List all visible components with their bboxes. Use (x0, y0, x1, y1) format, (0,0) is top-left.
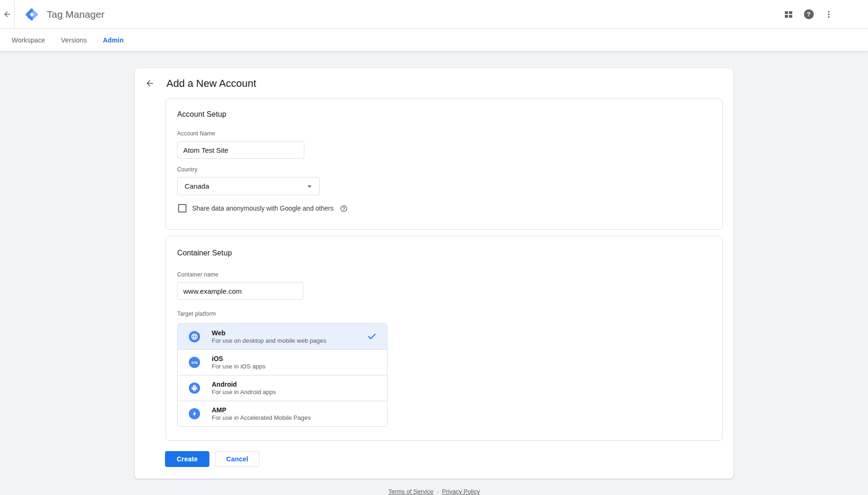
account-name-input[interactable] (177, 141, 304, 159)
arrow-left-icon (3, 10, 12, 19)
platform-text: Web For use on desktop and mobile web pa… (212, 329, 326, 344)
platform-description: For use in iOS apps (212, 363, 265, 370)
chevron-down-icon (304, 181, 315, 191)
share-data-label[interactable]: Share data anonymously with Google and o… (192, 205, 334, 212)
share-data-help-icon[interactable] (340, 205, 348, 212)
platform-row-web[interactable]: Web For use on desktop and mobile web pa… (178, 324, 387, 349)
platform-text: AMP For use in Accelerated Mobile Pages (212, 406, 311, 421)
container-setup-panel: Container Setup Container name Target pl… (165, 236, 723, 441)
more-options-button[interactable] (823, 9, 834, 20)
globe-icon (189, 331, 200, 342)
share-data-checkbox[interactable] (178, 204, 187, 212)
tag-manager-logo-icon (25, 7, 39, 21)
target-platform-list: Web For use on desktop and mobile web pa… (177, 323, 387, 427)
home-link[interactable]: Tag Manager (25, 7, 105, 21)
account-setup-panel: Account Setup Account Name Country Canad… (165, 99, 723, 230)
ios-icon: iOS (189, 357, 200, 368)
platform-description: For use on desktop and mobile web pages (212, 337, 326, 344)
page-title: Add a New Account (166, 78, 256, 90)
container-name-label: Container name (177, 271, 711, 278)
country-select[interactable]: Canada (177, 177, 320, 195)
platform-description: For use in Android apps (212, 389, 276, 396)
platform-name: AMP (212, 406, 311, 414)
app-header: Tag Manager ? (0, 0, 868, 29)
help-button[interactable]: ? (803, 9, 814, 20)
platform-row-amp[interactable]: AMP For use in Accelerated Mobile Pages (178, 401, 387, 426)
amp-icon (189, 408, 200, 419)
footer-separator: · (437, 488, 438, 495)
platform-description: For use in Accelerated Mobile Pages (212, 414, 311, 421)
target-platform-label: Target platform (177, 311, 711, 317)
form-actions: Create Cancel (165, 451, 733, 467)
page-back-button[interactable] (144, 78, 155, 89)
privacy-policy-link[interactable]: Privacy Policy (442, 488, 480, 495)
platform-name: Web (212, 329, 326, 337)
grid-icon (784, 10, 793, 19)
container-setup-heading: Container Setup (177, 249, 711, 257)
account-setup-heading: Account Setup (177, 110, 711, 119)
create-button[interactable]: Create (165, 451, 209, 467)
tab-versions[interactable]: Versions (53, 29, 95, 51)
checkmark-icon (367, 332, 377, 341)
tab-workspace[interactable]: Workspace (4, 29, 53, 51)
cancel-button[interactable]: Cancel (215, 451, 259, 467)
arrow-left-icon (145, 78, 155, 88)
country-label: Country (177, 166, 711, 173)
apps-grid-button[interactable] (783, 9, 794, 20)
share-data-row: Share data anonymously with Google and o… (177, 204, 711, 212)
country-select-value: Canada (185, 182, 209, 190)
add-account-card: Add a New Account Account Setup Account … (135, 68, 733, 479)
tab-admin[interactable]: Admin (95, 29, 132, 51)
account-name-label: Account Name (177, 130, 711, 137)
main-content: Add a New Account Account Setup Account … (0, 51, 868, 495)
kebab-menu-icon (824, 10, 833, 19)
help-icon: ? (804, 9, 814, 19)
terms-of-service-link[interactable]: Terms of Service (388, 488, 433, 495)
platform-row-ios[interactable]: iOS iOS For use in iOS apps (178, 349, 387, 375)
platform-text: Android For use in Android apps (212, 381, 276, 396)
container-name-input[interactable] (177, 282, 303, 300)
header-back-button[interactable] (1, 9, 13, 20)
app-title: Tag Manager (47, 9, 105, 20)
platform-text: iOS For use in iOS apps (212, 355, 265, 370)
header-divider (14, 0, 14, 29)
platform-name: Android (212, 381, 276, 388)
android-icon (189, 382, 200, 394)
platform-name: iOS (212, 355, 265, 362)
nav-tabbar: Workspace Versions Admin (0, 29, 868, 51)
page-footer: Terms of Service·Privacy Policy (135, 487, 733, 495)
platform-row-android[interactable]: Android For use in Android apps (178, 375, 387, 401)
card-header: Add a New Account (135, 68, 733, 90)
